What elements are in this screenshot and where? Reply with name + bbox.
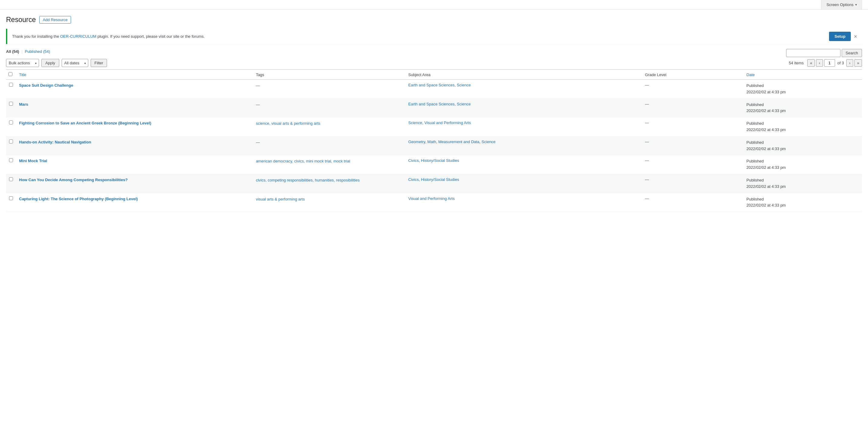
grade-dash: — [645, 121, 649, 125]
top-bar: Screen Options ▾ [0, 0, 868, 10]
row-title-cell: Fighting Corrosion to Save an Ancient Gr… [16, 118, 253, 136]
dates-select[interactable]: All dates [62, 59, 88, 67]
row-title-link[interactable]: Mars [19, 102, 250, 107]
plugin-notice: Thank you for installing the OER-CURRICU… [6, 29, 862, 44]
table-row: Space Suit Design Challenge—Earth and Sp… [6, 80, 862, 99]
tags-dash: — [256, 84, 260, 88]
row-checkbox[interactable] [9, 83, 13, 87]
row-checkbox[interactable] [9, 196, 13, 200]
row-subject-cell: Visual and Performing Arts [405, 193, 642, 212]
col-date: Date [743, 70, 862, 80]
status-published-link[interactable]: Published (54) [25, 49, 50, 54]
page-title: Resource [6, 16, 36, 24]
subject-link[interactable]: Science [408, 121, 422, 125]
table-row: Mars—Earth and Space Sciences, Science—P… [6, 98, 862, 118]
screen-options-label: Screen Options [826, 2, 854, 7]
col-date-link[interactable]: Date [746, 72, 755, 77]
row-title-link[interactable]: Capturing Light: The Science of Photogra… [19, 196, 250, 202]
row-checkbox-cell [6, 98, 16, 118]
row-title-cell: Capturing Light: The Science of Photogra… [16, 193, 253, 212]
bulk-actions-select[interactable]: Bulk actions [6, 59, 39, 67]
setup-button[interactable]: Setup [829, 32, 851, 41]
apply-button[interactable]: Apply [41, 59, 59, 67]
tag-link[interactable]: civics [256, 178, 266, 183]
next-page-button[interactable]: › [846, 59, 853, 67]
subject-link[interactable]: History/Social Studies [421, 158, 459, 163]
last-page-button[interactable]: » [855, 59, 862, 67]
date-status: Published [746, 159, 764, 163]
row-date-cell: Published2022/02/02 at 4:33 pm [743, 193, 862, 212]
date-status: Published [746, 197, 764, 201]
table-row: Capturing Light: The Science of Photogra… [6, 193, 862, 212]
row-checkbox[interactable] [9, 102, 13, 106]
tag-link[interactable]: resposibilities [336, 178, 360, 183]
search-input[interactable] [786, 49, 840, 57]
subject-link[interactable]: Science [457, 83, 471, 87]
row-date-cell: Published2022/02/02 at 4:33 pm [743, 80, 862, 99]
row-checkbox[interactable] [9, 158, 13, 162]
filter-button[interactable]: Filter [91, 59, 107, 67]
row-checkbox[interactable] [9, 139, 13, 143]
tag-link[interactable]: civics [294, 159, 304, 163]
col-title-link[interactable]: Title [19, 72, 26, 77]
tag-link[interactable]: mini mock trial [306, 159, 331, 163]
grade-dash: — [645, 83, 649, 87]
tag-link[interactable]: american democracy [256, 159, 292, 163]
row-title-link[interactable]: How Can You Decide Among Competing Respo… [19, 177, 250, 183]
subject-link[interactable]: Civics [408, 177, 419, 182]
row-checkbox[interactable] [9, 177, 13, 181]
date-status: Published [746, 121, 764, 126]
subject-link[interactable]: Visual and Performing Arts [424, 121, 471, 125]
add-resource-button[interactable]: Add Resource [39, 16, 71, 24]
page-header: Resource Add Resource [6, 16, 862, 24]
date-status: Published [746, 84, 764, 88]
row-checkbox[interactable] [9, 121, 13, 124]
table-row: Fighting Corrosion to Save an Ancient Gr… [6, 118, 862, 136]
tag-link[interactable]: humanities [315, 178, 334, 183]
col-subject: Subject Area [405, 70, 642, 80]
subject-link[interactable]: Earth and Space Sciences [408, 102, 455, 106]
subject-link[interactable]: Science [482, 139, 495, 144]
subject-link[interactable]: Earth and Space Sciences [408, 83, 455, 87]
row-title-link[interactable]: Fighting Corrosion to Save an Ancient Gr… [19, 121, 250, 126]
total-pages: of 3 [837, 61, 844, 65]
date-status: Published [746, 140, 764, 145]
row-title-link[interactable]: Mini Mock Trial [19, 158, 250, 164]
notice-link[interactable]: OER-CURRICULUM [60, 34, 96, 39]
screen-options-arrow-icon: ▾ [855, 3, 857, 6]
current-page-input[interactable] [824, 59, 835, 67]
row-tags-cell: civics, competing responsibilities, huma… [253, 174, 405, 193]
tag-link[interactable]: visual arts & performing arts [271, 121, 320, 126]
tag-link[interactable]: competing responsibilities [268, 178, 313, 183]
pagination: 54 items « ‹ of 3 › » [789, 59, 862, 67]
first-page-button[interactable]: « [807, 59, 815, 67]
table-row: Mini Mock Trialamerican democracy, civic… [6, 155, 862, 174]
subject-link[interactable]: Measurement and Data [438, 139, 479, 144]
subject-link[interactable]: Math [427, 139, 436, 144]
tag-link[interactable]: mock trial [333, 159, 350, 163]
screen-options-button[interactable]: Screen Options ▾ [821, 0, 862, 9]
row-title-link[interactable]: Hands-on Activity: Nautical Navigation [19, 139, 250, 145]
row-title-cell: Mini Mock Trial [16, 155, 253, 174]
select-all-checkbox[interactable] [8, 72, 12, 76]
subject-link[interactable]: Science [457, 102, 471, 106]
row-checkbox-cell [6, 136, 16, 155]
subject-link[interactable]: Geometry [408, 139, 425, 144]
row-checkbox-cell [6, 80, 16, 99]
subject-link[interactable]: Visual and Performing Arts [408, 196, 455, 201]
tag-link[interactable]: science [256, 121, 269, 126]
notice-text: Thank you for installing the OER-CURRICU… [12, 34, 205, 39]
subject-link[interactable]: History/Social Studies [421, 177, 459, 182]
notice-close-button[interactable]: × [854, 34, 857, 39]
search-button[interactable]: Search [842, 49, 862, 57]
subject-link[interactable]: Civics [408, 158, 419, 163]
row-subject-cell: Civics, History/Social Studies [405, 155, 642, 174]
bulk-actions-wrap: Bulk actions ▾ [6, 59, 39, 67]
date-value: 2022/02/02 at 4:33 pm [746, 203, 786, 207]
status-all-link[interactable]: All (54) [6, 49, 19, 54]
date-value: 2022/02/02 at 4:33 pm [746, 108, 786, 113]
row-title-link[interactable]: Space Suit Design Challenge [19, 83, 250, 88]
prev-page-button[interactable]: ‹ [816, 59, 823, 67]
notice-text-before: Thank you for installing the [12, 34, 60, 39]
tag-link[interactable]: visual arts & performing arts [256, 197, 305, 201]
